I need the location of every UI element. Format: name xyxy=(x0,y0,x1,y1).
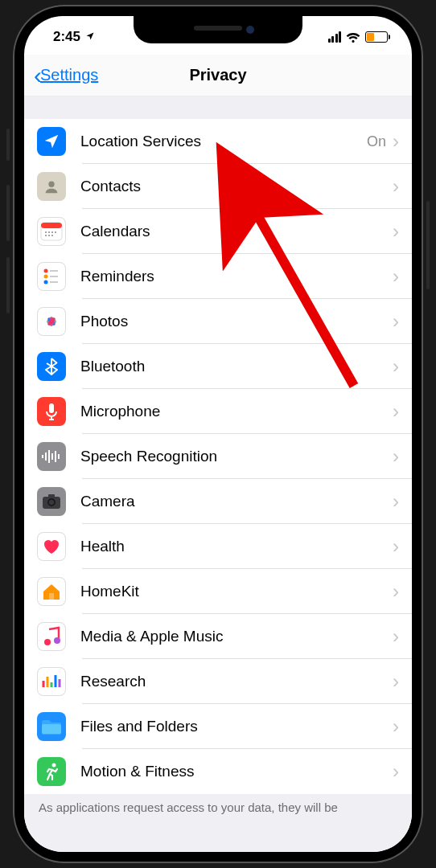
row-homekit[interactable]: HomeKit› xyxy=(24,569,412,614)
waveform-icon xyxy=(37,442,66,471)
svg-point-9 xyxy=(51,235,53,236)
bluetooth-icon xyxy=(37,352,66,381)
chevron-right-icon: › xyxy=(393,490,399,513)
row-label: Research xyxy=(80,673,393,690)
svg-rect-35 xyxy=(49,593,54,600)
row-photos[interactable]: Photos› xyxy=(24,299,412,344)
row-label: Speech Recognition xyxy=(80,448,393,465)
chevron-right-icon: › xyxy=(393,310,399,333)
camera-icon xyxy=(37,487,66,516)
row-label: Photos xyxy=(80,313,393,330)
back-button[interactable]: ‹ Settings xyxy=(34,63,98,88)
svg-rect-32 xyxy=(48,494,55,498)
row-label: Reminders xyxy=(80,268,393,285)
chevron-right-icon: › xyxy=(393,760,399,783)
chevron-right-icon: › xyxy=(393,580,399,603)
row-files-and-folders[interactable]: Files and Folders› xyxy=(24,704,412,749)
svg-point-6 xyxy=(55,231,56,233)
row-label: Media & Apple Music xyxy=(80,628,393,645)
heart-icon xyxy=(37,532,66,561)
row-microphone[interactable]: Microphone› xyxy=(24,389,412,434)
nav-bar: ‹ Settings Privacy xyxy=(24,55,412,96)
chevron-right-icon: › xyxy=(393,715,399,738)
chevron-right-icon: › xyxy=(393,355,399,378)
row-media-apple-music[interactable]: Media & Apple Music› xyxy=(24,614,412,659)
row-bluetooth[interactable]: Bluetooth› xyxy=(24,344,412,389)
chevron-right-icon: › xyxy=(393,175,399,198)
chevron-right-icon: › xyxy=(393,400,399,423)
settings-list: Location ServicesOn›Contacts›Calendars›R… xyxy=(24,119,412,794)
reminders-icon xyxy=(37,262,66,291)
calendar-icon xyxy=(37,217,66,246)
svg-point-8 xyxy=(48,235,50,236)
notch xyxy=(134,16,302,43)
svg-point-5 xyxy=(51,231,53,233)
svg-point-12 xyxy=(44,280,48,285)
svg-rect-43 xyxy=(42,724,61,734)
row-value: On xyxy=(367,133,386,150)
row-camera[interactable]: Camera› xyxy=(24,479,412,524)
svg-point-3 xyxy=(45,231,47,233)
wifi-icon xyxy=(346,31,360,43)
svg-rect-15 xyxy=(50,281,58,283)
cellular-signal-icon xyxy=(328,31,342,43)
svg-point-0 xyxy=(48,182,54,187)
contacts-icon xyxy=(37,172,66,201)
chevron-right-icon: › xyxy=(393,670,399,693)
chevron-right-icon: › xyxy=(393,535,399,558)
microphone-icon xyxy=(37,397,66,426)
row-label: Bluetooth xyxy=(80,358,393,375)
chevron-right-icon: › xyxy=(393,220,399,243)
research-icon xyxy=(37,667,66,696)
battery-icon xyxy=(365,31,388,43)
svg-point-10 xyxy=(44,269,48,273)
home-icon xyxy=(37,577,66,606)
svg-point-11 xyxy=(44,275,48,279)
row-label: HomeKit xyxy=(80,583,393,600)
music-icon xyxy=(37,622,66,651)
chevron-right-icon: › xyxy=(393,625,399,648)
row-motion-fitness[interactable]: Motion & Fitness› xyxy=(24,749,412,794)
row-label: Calendars xyxy=(80,223,393,240)
location-indicator-icon xyxy=(85,31,95,43)
footer-text: As applications request access to your d… xyxy=(24,794,412,814)
chevron-right-icon: › xyxy=(393,265,399,288)
row-health[interactable]: Health› xyxy=(24,524,412,569)
folder-icon xyxy=(37,712,66,741)
back-label: Settings xyxy=(40,66,98,84)
row-research[interactable]: Research› xyxy=(24,659,412,704)
svg-rect-13 xyxy=(50,270,58,272)
row-speech-recognition[interactable]: Speech Recognition› xyxy=(24,434,412,479)
fitness-icon xyxy=(37,757,66,786)
row-contacts[interactable]: Contacts› xyxy=(24,164,412,209)
row-location-services[interactable]: Location ServicesOn› xyxy=(24,119,412,164)
svg-point-44 xyxy=(52,764,56,768)
location-arrow-icon xyxy=(37,127,66,156)
svg-rect-14 xyxy=(50,276,58,277)
chevron-right-icon: › xyxy=(393,445,399,468)
svg-point-37 xyxy=(54,637,60,644)
phone-frame: 2:45 ‹ Settings Privacy Location xyxy=(13,5,423,863)
svg-point-7 xyxy=(45,235,47,236)
photos-icon xyxy=(37,307,66,336)
row-calendars[interactable]: Calendars› xyxy=(24,209,412,254)
row-reminders[interactable]: Reminders› xyxy=(24,254,412,299)
row-label: Files and Folders xyxy=(80,718,393,735)
screen: 2:45 ‹ Settings Privacy Location xyxy=(24,16,412,852)
svg-point-34 xyxy=(49,500,54,505)
row-label: Location Services xyxy=(80,133,367,150)
content-scroll[interactable]: Location ServicesOn›Contacts›Calendars›R… xyxy=(24,96,412,852)
row-label: Microphone xyxy=(80,403,393,420)
status-time: 2:45 xyxy=(53,29,80,45)
svg-rect-2 xyxy=(41,223,62,228)
row-label: Health xyxy=(80,538,393,555)
svg-point-36 xyxy=(44,639,51,645)
svg-point-4 xyxy=(48,231,50,233)
row-label: Camera xyxy=(80,493,393,510)
chevron-right-icon: › xyxy=(393,130,399,153)
svg-rect-24 xyxy=(49,403,54,413)
row-label: Motion & Fitness xyxy=(80,763,393,780)
page-title: Privacy xyxy=(189,66,246,84)
row-label: Contacts xyxy=(80,178,393,195)
